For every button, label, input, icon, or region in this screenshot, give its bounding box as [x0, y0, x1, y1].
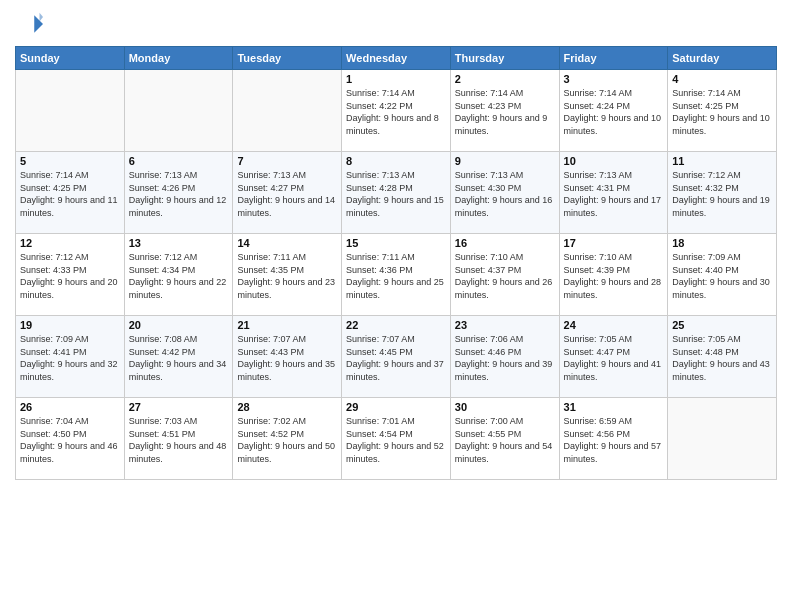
calendar-cell: 13Sunrise: 7:12 AM Sunset: 4:34 PM Dayli… [124, 234, 233, 316]
calendar-cell: 25Sunrise: 7:05 AM Sunset: 4:48 PM Dayli… [668, 316, 777, 398]
day-number: 14 [237, 237, 337, 249]
logo-icon [15, 10, 43, 38]
day-number: 18 [672, 237, 772, 249]
day-info: Sunrise: 7:10 AM Sunset: 4:37 PM Dayligh… [455, 251, 555, 301]
calendar-cell: 12Sunrise: 7:12 AM Sunset: 4:33 PM Dayli… [16, 234, 125, 316]
day-number: 2 [455, 73, 555, 85]
day-header-thursday: Thursday [450, 47, 559, 70]
calendar-cell: 28Sunrise: 7:02 AM Sunset: 4:52 PM Dayli… [233, 398, 342, 480]
day-info: Sunrise: 7:07 AM Sunset: 4:43 PM Dayligh… [237, 333, 337, 383]
day-number: 6 [129, 155, 229, 167]
day-info: Sunrise: 7:09 AM Sunset: 4:41 PM Dayligh… [20, 333, 120, 383]
day-info: Sunrise: 7:14 AM Sunset: 4:24 PM Dayligh… [564, 87, 664, 137]
day-number: 1 [346, 73, 446, 85]
day-info: Sunrise: 7:11 AM Sunset: 4:36 PM Dayligh… [346, 251, 446, 301]
calendar-cell: 21Sunrise: 7:07 AM Sunset: 4:43 PM Dayli… [233, 316, 342, 398]
calendar-cell: 23Sunrise: 7:06 AM Sunset: 4:46 PM Dayli… [450, 316, 559, 398]
day-info: Sunrise: 7:14 AM Sunset: 4:25 PM Dayligh… [672, 87, 772, 137]
day-info: Sunrise: 7:05 AM Sunset: 4:47 PM Dayligh… [564, 333, 664, 383]
calendar-week-row: 26Sunrise: 7:04 AM Sunset: 4:50 PM Dayli… [16, 398, 777, 480]
calendar-cell: 31Sunrise: 6:59 AM Sunset: 4:56 PM Dayli… [559, 398, 668, 480]
calendar-cell: 17Sunrise: 7:10 AM Sunset: 4:39 PM Dayli… [559, 234, 668, 316]
day-info: Sunrise: 7:01 AM Sunset: 4:54 PM Dayligh… [346, 415, 446, 465]
day-info: Sunrise: 7:00 AM Sunset: 4:55 PM Dayligh… [455, 415, 555, 465]
calendar-header-row: SundayMondayTuesdayWednesdayThursdayFrid… [16, 47, 777, 70]
day-number: 15 [346, 237, 446, 249]
calendar-week-row: 1Sunrise: 7:14 AM Sunset: 4:22 PM Daylig… [16, 70, 777, 152]
day-info: Sunrise: 7:07 AM Sunset: 4:45 PM Dayligh… [346, 333, 446, 383]
calendar-cell [668, 398, 777, 480]
calendar-cell: 2Sunrise: 7:14 AM Sunset: 4:23 PM Daylig… [450, 70, 559, 152]
day-info: Sunrise: 7:04 AM Sunset: 4:50 PM Dayligh… [20, 415, 120, 465]
day-number: 3 [564, 73, 664, 85]
day-number: 11 [672, 155, 772, 167]
day-header-wednesday: Wednesday [342, 47, 451, 70]
day-info: Sunrise: 7:14 AM Sunset: 4:25 PM Dayligh… [20, 169, 120, 219]
day-number: 25 [672, 319, 772, 331]
page-container: SundayMondayTuesdayWednesdayThursdayFrid… [0, 0, 792, 485]
calendar-cell: 29Sunrise: 7:01 AM Sunset: 4:54 PM Dayli… [342, 398, 451, 480]
day-info: Sunrise: 6:59 AM Sunset: 4:56 PM Dayligh… [564, 415, 664, 465]
day-info: Sunrise: 7:13 AM Sunset: 4:27 PM Dayligh… [237, 169, 337, 219]
calendar-cell: 16Sunrise: 7:10 AM Sunset: 4:37 PM Dayli… [450, 234, 559, 316]
day-number: 5 [20, 155, 120, 167]
calendar-cell: 19Sunrise: 7:09 AM Sunset: 4:41 PM Dayli… [16, 316, 125, 398]
calendar-cell [233, 70, 342, 152]
day-number: 27 [129, 401, 229, 413]
day-header-monday: Monday [124, 47, 233, 70]
day-info: Sunrise: 7:14 AM Sunset: 4:22 PM Dayligh… [346, 87, 446, 137]
day-info: Sunrise: 7:10 AM Sunset: 4:39 PM Dayligh… [564, 251, 664, 301]
day-number: 16 [455, 237, 555, 249]
day-info: Sunrise: 7:12 AM Sunset: 4:32 PM Dayligh… [672, 169, 772, 219]
day-number: 10 [564, 155, 664, 167]
day-number: 19 [20, 319, 120, 331]
calendar-cell: 1Sunrise: 7:14 AM Sunset: 4:22 PM Daylig… [342, 70, 451, 152]
calendar-cell: 27Sunrise: 7:03 AM Sunset: 4:51 PM Dayli… [124, 398, 233, 480]
calendar-cell: 4Sunrise: 7:14 AM Sunset: 4:25 PM Daylig… [668, 70, 777, 152]
day-info: Sunrise: 7:13 AM Sunset: 4:30 PM Dayligh… [455, 169, 555, 219]
day-number: 12 [20, 237, 120, 249]
header [15, 10, 777, 38]
day-info: Sunrise: 7:13 AM Sunset: 4:31 PM Dayligh… [564, 169, 664, 219]
day-info: Sunrise: 7:03 AM Sunset: 4:51 PM Dayligh… [129, 415, 229, 465]
calendar-week-row: 5Sunrise: 7:14 AM Sunset: 4:25 PM Daylig… [16, 152, 777, 234]
day-info: Sunrise: 7:12 AM Sunset: 4:33 PM Dayligh… [20, 251, 120, 301]
day-number: 21 [237, 319, 337, 331]
day-number: 8 [346, 155, 446, 167]
day-number: 31 [564, 401, 664, 413]
day-number: 20 [129, 319, 229, 331]
day-number: 7 [237, 155, 337, 167]
calendar-cell: 20Sunrise: 7:08 AM Sunset: 4:42 PM Dayli… [124, 316, 233, 398]
day-number: 28 [237, 401, 337, 413]
day-number: 9 [455, 155, 555, 167]
logo [15, 10, 47, 38]
calendar-cell [124, 70, 233, 152]
day-info: Sunrise: 7:05 AM Sunset: 4:48 PM Dayligh… [672, 333, 772, 383]
calendar-week-row: 12Sunrise: 7:12 AM Sunset: 4:33 PM Dayli… [16, 234, 777, 316]
day-info: Sunrise: 7:09 AM Sunset: 4:40 PM Dayligh… [672, 251, 772, 301]
svg-marker-2 [40, 13, 44, 22]
calendar-cell: 14Sunrise: 7:11 AM Sunset: 4:35 PM Dayli… [233, 234, 342, 316]
calendar-cell: 8Sunrise: 7:13 AM Sunset: 4:28 PM Daylig… [342, 152, 451, 234]
day-header-friday: Friday [559, 47, 668, 70]
day-header-sunday: Sunday [16, 47, 125, 70]
calendar-cell: 15Sunrise: 7:11 AM Sunset: 4:36 PM Dayli… [342, 234, 451, 316]
calendar-cell: 11Sunrise: 7:12 AM Sunset: 4:32 PM Dayli… [668, 152, 777, 234]
calendar-cell: 10Sunrise: 7:13 AM Sunset: 4:31 PM Dayli… [559, 152, 668, 234]
calendar-cell: 6Sunrise: 7:13 AM Sunset: 4:26 PM Daylig… [124, 152, 233, 234]
day-header-tuesday: Tuesday [233, 47, 342, 70]
day-number: 22 [346, 319, 446, 331]
calendar-cell: 7Sunrise: 7:13 AM Sunset: 4:27 PM Daylig… [233, 152, 342, 234]
day-info: Sunrise: 7:12 AM Sunset: 4:34 PM Dayligh… [129, 251, 229, 301]
day-info: Sunrise: 7:13 AM Sunset: 4:28 PM Dayligh… [346, 169, 446, 219]
calendar-cell: 5Sunrise: 7:14 AM Sunset: 4:25 PM Daylig… [16, 152, 125, 234]
day-number: 30 [455, 401, 555, 413]
calendar-cell: 22Sunrise: 7:07 AM Sunset: 4:45 PM Dayli… [342, 316, 451, 398]
calendar-cell: 3Sunrise: 7:14 AM Sunset: 4:24 PM Daylig… [559, 70, 668, 152]
day-header-saturday: Saturday [668, 47, 777, 70]
calendar-cell: 24Sunrise: 7:05 AM Sunset: 4:47 PM Dayli… [559, 316, 668, 398]
calendar-cell: 9Sunrise: 7:13 AM Sunset: 4:30 PM Daylig… [450, 152, 559, 234]
day-number: 23 [455, 319, 555, 331]
day-info: Sunrise: 7:02 AM Sunset: 4:52 PM Dayligh… [237, 415, 337, 465]
day-info: Sunrise: 7:14 AM Sunset: 4:23 PM Dayligh… [455, 87, 555, 137]
